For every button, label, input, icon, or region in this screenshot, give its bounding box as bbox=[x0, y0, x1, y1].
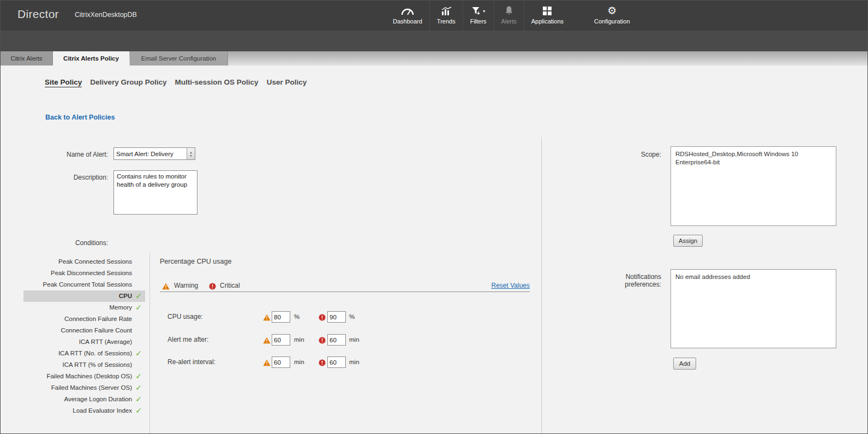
warning-icon bbox=[162, 282, 170, 292]
stepper-down-icon: ▼ bbox=[190, 154, 193, 157]
condition-item[interactable]: ICA RTT (% of Sessions) ✓ bbox=[23, 359, 145, 371]
check-icon: ✓ bbox=[133, 302, 144, 313]
condition-label: Connection Failure Rate bbox=[64, 316, 132, 322]
condition-label: Memory bbox=[109, 304, 132, 311]
top-bar: Director CitrixXenDesktopDB Dashboard Tr… bbox=[1, 1, 867, 31]
condition-item[interactable]: ICA RTT (No. of Sessions) ✓ bbox=[23, 348, 145, 359]
tab-multi-session-os-policy[interactable]: Multi-session OS Policy bbox=[175, 78, 259, 87]
warning-value-input[interactable] bbox=[272, 311, 290, 323]
unit-label: min bbox=[294, 334, 304, 346]
unit-label: % bbox=[349, 311, 355, 323]
condition-item[interactable]: Memory ✓ bbox=[23, 302, 145, 313]
nav-trends[interactable]: Trends bbox=[429, 1, 463, 31]
director-logo: Director bbox=[17, 8, 59, 21]
warning-icon bbox=[263, 359, 271, 368]
add-button[interactable]: Add bbox=[673, 358, 696, 370]
trends-icon bbox=[440, 5, 452, 17]
condition-label: Failed Machines (Desktop OS) bbox=[46, 373, 132, 379]
condition-label: Peak Concurrent Total Sessions bbox=[43, 281, 132, 288]
scope-list-box: RDSHosted_Desktop,Microsoft Windows 10 E… bbox=[671, 146, 836, 226]
check-icon: ✓ bbox=[133, 348, 144, 359]
nav-dashboard[interactable]: Dashboard bbox=[386, 1, 429, 31]
critical-value-input[interactable] bbox=[327, 356, 346, 368]
nav-applications[interactable]: Applications bbox=[524, 1, 571, 31]
tab-site-policy[interactable]: Site Policy bbox=[45, 78, 82, 87]
condition-item[interactable]: Connection Failure Rate ✓ bbox=[23, 313, 145, 325]
description-label: Description: bbox=[22, 174, 108, 181]
main-divider bbox=[541, 137, 542, 434]
check-icon: ✓ bbox=[133, 394, 144, 405]
critical-icon bbox=[319, 336, 326, 346]
description-textarea[interactable]: Contains rules to monitor health of a de… bbox=[113, 170, 197, 215]
threshold-row: CPU usage: % % bbox=[160, 311, 530, 323]
check-icon: ✓ bbox=[133, 405, 144, 417]
condition-label: Peak Disconnected Sessions bbox=[51, 270, 132, 276]
critical-value-input[interactable] bbox=[327, 311, 346, 323]
conditions-list: Peak Connected Sessions ✓ Peak Disconnec… bbox=[23, 256, 145, 417]
condition-item[interactable]: Peak Connected Sessions ✓ bbox=[23, 256, 145, 267]
threshold-label: Re-alert interval: bbox=[167, 356, 215, 368]
nav-label: Alerts bbox=[501, 18, 517, 25]
conditions-divider bbox=[149, 253, 150, 434]
condition-item[interactable]: Connection Failure Count ✓ bbox=[23, 325, 145, 336]
condition-label: Load Evaluator Index bbox=[73, 407, 132, 414]
legend-divider bbox=[160, 292, 530, 292]
site-name: CitrixXenDesktopDB bbox=[75, 11, 137, 19]
name-stepper[interactable]: ▲ ▼ bbox=[187, 148, 195, 159]
critical-icon bbox=[209, 282, 216, 292]
tab-citrix-alerts[interactable]: Citrix Alerts bbox=[1, 51, 53, 66]
applications-grid-icon bbox=[542, 5, 552, 17]
threshold-row: Re-alert interval: min min bbox=[160, 356, 530, 368]
condition-item[interactable]: Failed Machines (Desktop OS) ✓ bbox=[23, 371, 145, 382]
nav-label: Trends bbox=[437, 18, 456, 25]
check-icon: ✓ bbox=[133, 371, 144, 382]
condition-label: Failed Machines (Server OS) bbox=[51, 384, 132, 391]
condition-label: ICA RTT (Average) bbox=[79, 338, 132, 345]
warning-value-input[interactable] bbox=[272, 356, 290, 368]
alert-name-input[interactable] bbox=[114, 148, 186, 159]
condition-label: Peak Connected Sessions bbox=[58, 258, 132, 265]
filters-icon: ▾ bbox=[471, 5, 485, 17]
threshold-label: Alert me after: bbox=[167, 334, 208, 346]
app-window: Director CitrixXenDesktopDB Dashboard Tr… bbox=[0, 0, 868, 434]
tab-citrix-alerts-policy[interactable]: Citrix Alerts Policy bbox=[53, 51, 129, 66]
tab-user-policy[interactable]: User Policy bbox=[267, 78, 307, 87]
notifications-preferences-label: Notifications preferences: bbox=[596, 273, 661, 288]
gear-icon: ⚙ bbox=[607, 5, 616, 17]
tab-strip: Citrix Alerts Citrix Alerts Policy Email… bbox=[1, 51, 867, 66]
condition-item[interactable]: Load Evaluator Index ✓ bbox=[23, 405, 145, 417]
tab-delivery-group-policy[interactable]: Delivery Group Policy bbox=[90, 78, 166, 87]
nav-alerts[interactable]: Alerts bbox=[494, 1, 524, 31]
check-icon: ✓ bbox=[133, 290, 144, 302]
condition-item[interactable]: ICA RTT (Average) ✓ bbox=[23, 336, 145, 348]
condition-label: CPU bbox=[119, 293, 132, 299]
threshold-label: CPU usage: bbox=[167, 311, 203, 323]
name-of-alert-label: Name of Alert: bbox=[22, 151, 108, 158]
condition-item[interactable]: Failed Machines (Server OS) ✓ bbox=[23, 382, 145, 394]
condition-item[interactable]: Peak Concurrent Total Sessions ✓ bbox=[23, 279, 145, 290]
dashboard-icon bbox=[401, 5, 414, 17]
tab-email-server-configuration[interactable]: Email Server Configuration bbox=[130, 51, 228, 66]
notifications-list-box: No email addresses added bbox=[671, 269, 836, 348]
nav-configuration[interactable]: ⚙ Configuration bbox=[587, 1, 637, 31]
condition-item[interactable]: CPU ✓ bbox=[23, 290, 145, 302]
nav-label: Applications bbox=[531, 18, 564, 25]
critical-value-input[interactable] bbox=[327, 334, 346, 346]
chevron-down-icon: ▾ bbox=[483, 9, 485, 14]
condition-item[interactable]: Average Logon Duration ✓ bbox=[23, 394, 145, 405]
alerts-bell-icon bbox=[504, 5, 514, 17]
reset-values-link[interactable]: Reset Values bbox=[492, 282, 530, 289]
condition-item[interactable]: Peak Disconnected Sessions ✓ bbox=[23, 267, 145, 279]
assign-button[interactable]: Assign bbox=[673, 235, 703, 247]
unit-label: min bbox=[349, 356, 360, 368]
warning-value-input[interactable] bbox=[272, 334, 290, 346]
condition-label: Average Logon Duration bbox=[64, 396, 132, 402]
critical-label: Critical bbox=[220, 282, 240, 289]
policy-tabs: Site Policy Delivery Group Policy Multi-… bbox=[45, 78, 307, 87]
critical-icon bbox=[319, 359, 326, 368]
back-to-alert-policies-link[interactable]: Back to Alert Policies bbox=[45, 114, 115, 121]
sub-header-band bbox=[1, 31, 867, 51]
unit-label: min bbox=[349, 334, 360, 346]
primary-nav: Dashboard Trends ▾ Filters Alerts bbox=[386, 1, 637, 31]
nav-filters[interactable]: ▾ Filters bbox=[463, 1, 494, 31]
